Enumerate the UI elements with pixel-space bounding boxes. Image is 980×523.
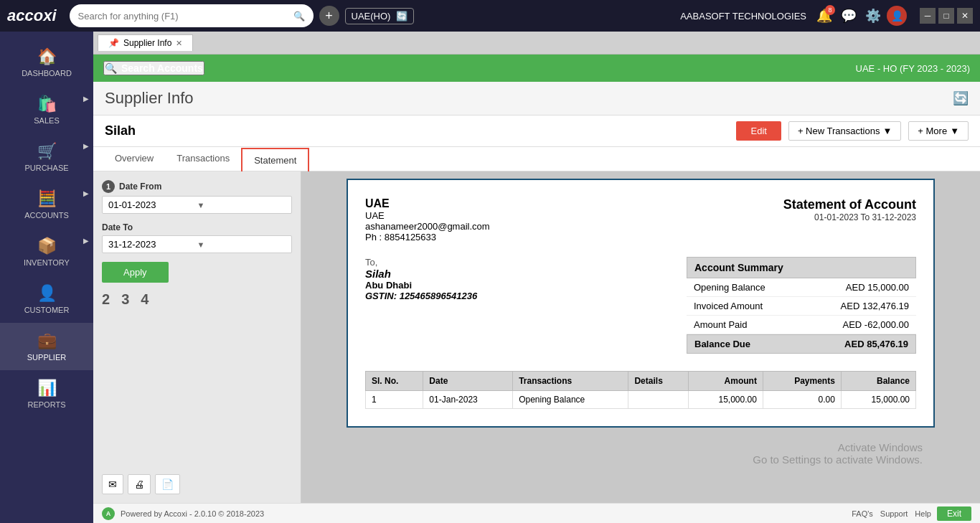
company-selector[interactable]: UAE(HO) 🔄 xyxy=(345,8,415,24)
nav-inventory[interactable]: 📦 INVENTORY ▶ xyxy=(0,228,93,275)
inventory-arrow: ▶ xyxy=(83,237,89,245)
nav-supplier-label: SUPPLIER xyxy=(27,353,66,362)
col-date: Date xyxy=(423,372,513,391)
more-label: + More xyxy=(918,126,947,136)
date-from-section: 1 Date From 01-01-2023 ▼ xyxy=(102,180,292,214)
notification-icon[interactable]: 🔔8 xyxy=(816,8,832,24)
apply-button[interactable]: Apply xyxy=(102,262,169,283)
cell-details xyxy=(628,391,688,409)
tab-statement[interactable]: Statement xyxy=(241,148,309,171)
action-icons: ✉ 🖨 📄 xyxy=(102,468,292,494)
sales-arrow: ▶ xyxy=(83,95,89,103)
add-button[interactable]: + xyxy=(319,6,339,26)
notification-badge: 8 xyxy=(825,5,835,15)
table-header-row: Sl. No. Date Transactions Details Amount… xyxy=(366,372,916,391)
email-icon-button[interactable]: ✉ xyxy=(102,474,123,494)
more-chevron: ▼ xyxy=(950,126,959,136)
statement-title: Statement of Account xyxy=(783,197,916,212)
close-button[interactable]: ✕ xyxy=(957,8,973,24)
exit-button[interactable]: Exit xyxy=(937,506,971,521)
supplier-info-tab[interactable]: 📌 Supplier Info ✕ xyxy=(98,34,193,51)
pdf-icon-button[interactable]: 📄 xyxy=(155,474,180,494)
nav-reports[interactable]: 📊 REPORTS xyxy=(0,370,93,418)
tab-overview[interactable]: Overview xyxy=(103,147,165,171)
settings-icon[interactable]: ⚙️ xyxy=(865,8,881,24)
statement-period: 01-01-2023 To 31-12-2023 xyxy=(783,212,916,222)
statement-paper: UAE UAE ashanameer2000@gmail.com Ph : 88… xyxy=(347,179,935,428)
company-name: UAE(HO) xyxy=(352,11,391,22)
summary-title: Account Summary xyxy=(687,257,916,278)
footer-links: FAQ's Support Help xyxy=(852,509,931,518)
num-3: 3 xyxy=(121,291,129,308)
nav-sales-label: SALES xyxy=(34,116,59,125)
cell-date: 01-Jan-2023 xyxy=(423,391,513,409)
content-section: 1 Date From 01-01-2023 ▼ Date To 31-12-2… xyxy=(93,171,980,503)
main-layout: 🏠 DASHBOARD 🛍️ SALES ▶ 🛒 PURCHASE ▶ 🧮 AC… xyxy=(0,32,980,523)
amount-paid-value: AED -62,000.00 xyxy=(842,319,909,330)
num-4: 4 xyxy=(141,291,149,308)
statement-company-phone: Ph : 8854125633 xyxy=(365,232,490,242)
company-full-name: AABASOFT TECHNOLOGIES xyxy=(680,11,806,22)
date-from-label: 1 Date From xyxy=(102,180,292,193)
to-gstin: GSTIN: 125465896541236 xyxy=(365,291,477,301)
activate-line1: Activate Windows xyxy=(753,441,923,453)
faq-link[interactable]: FAQ's xyxy=(852,509,873,518)
nav-dashboard[interactable]: 🏠 DASHBOARD xyxy=(0,39,93,86)
date-to-input[interactable]: 31-12-2023 ▼ xyxy=(102,235,292,253)
nav-supplier[interactable]: 💼 SUPPLIER xyxy=(0,323,93,370)
balance-due-label: Balance Due xyxy=(694,339,750,349)
footer-text: Powered by Accoxi - 2.0.10 © 2018-2023 xyxy=(121,509,846,518)
search-accounts-button[interactable]: 🔍 Search Accounts xyxy=(103,61,204,75)
search-box[interactable]: 🔍 xyxy=(70,4,314,27)
support-link[interactable]: Support xyxy=(880,509,908,518)
cell-payments: 0.00 xyxy=(763,391,841,409)
statement-to: To, Silah Abu Dhabi GSTIN: 1254658965412… xyxy=(365,257,477,354)
tab-label: Supplier Info xyxy=(123,38,171,48)
activate-line2: Go to Settings to activate Windows. xyxy=(753,453,923,466)
chat-icon[interactable]: 💬 xyxy=(841,8,857,24)
date-from-input[interactable]: 01-01-2023 ▼ xyxy=(102,196,292,214)
more-button[interactable]: + More ▼ xyxy=(908,121,969,141)
date-to-section: Date To 31-12-2023 ▼ xyxy=(102,222,292,253)
inner-tabs: Overview Transactions Statement xyxy=(93,147,980,171)
nav-purchase[interactable]: 🛒 PURCHASE ▶ xyxy=(0,133,93,181)
nav-sales[interactable]: 🛍️ SALES ▶ xyxy=(0,86,93,133)
nav-inventory-label: INVENTORY xyxy=(24,258,70,267)
statement-company-name: UAE xyxy=(365,197,490,210)
topbar: accoxi 🔍 + UAE(HO) 🔄 AABASOFT TECHNOLOGI… xyxy=(0,0,980,32)
col-details: Details xyxy=(628,372,688,391)
account-summary: Account Summary Opening Balance AED 15,0… xyxy=(687,257,916,354)
nav-accounts[interactable]: 🧮 ACCOUNTS ▶ xyxy=(0,181,93,228)
edit-button[interactable]: Edit xyxy=(736,121,781,141)
reports-icon: 📊 xyxy=(37,379,57,397)
nav-customer[interactable]: 👤 CUSTOMER xyxy=(0,275,93,323)
table-row: 1 01-Jan-2023 Opening Balance 15,000.00 … xyxy=(366,391,916,409)
amount-paid-label: Amount Paid xyxy=(694,319,747,330)
page-refresh-button[interactable]: 🔄 xyxy=(953,90,969,106)
num-2: 2 xyxy=(102,291,110,308)
nav-purchase-label: PURCHASE xyxy=(24,164,68,172)
purchase-arrow: ▶ xyxy=(83,142,89,150)
col-transactions: Transactions xyxy=(513,372,628,391)
sidebar: 🏠 DASHBOARD 🛍️ SALES ▶ 🛒 PURCHASE ▶ 🧮 AC… xyxy=(0,32,93,523)
search-input[interactable] xyxy=(78,11,289,22)
new-transactions-label: + New Transactions xyxy=(798,126,880,136)
minimize-button[interactable]: ─ xyxy=(920,8,936,24)
statement-header: UAE UAE ashanameer2000@gmail.com Ph : 88… xyxy=(365,197,916,242)
opening-balance-row: Opening Balance AED 15,000.00 xyxy=(687,278,916,297)
user-avatar[interactable]: 👤 xyxy=(887,6,907,26)
maximize-button[interactable]: □ xyxy=(938,8,954,24)
search-icon: 🔍 xyxy=(293,11,305,22)
new-transactions-button[interactable]: + New Transactions ▼ xyxy=(788,121,901,141)
sales-icon: 🛍️ xyxy=(37,95,57,113)
nav-reports-label: REPORTS xyxy=(28,400,66,409)
tab-transactions[interactable]: Transactions xyxy=(165,147,241,171)
statement-area[interactable]: UAE UAE ashanameer2000@gmail.com Ph : 88… xyxy=(301,171,980,503)
tab-pin-icon: 📌 xyxy=(108,38,119,48)
help-link[interactable]: Help xyxy=(915,509,931,518)
tab-close-icon[interactable]: ✕ xyxy=(176,39,182,48)
customer-icon: 👤 xyxy=(37,284,57,303)
to-name: Silah xyxy=(365,268,477,280)
print-icon-button[interactable]: 🖨 xyxy=(128,474,151,494)
search-icon: 🔍 xyxy=(105,62,117,74)
